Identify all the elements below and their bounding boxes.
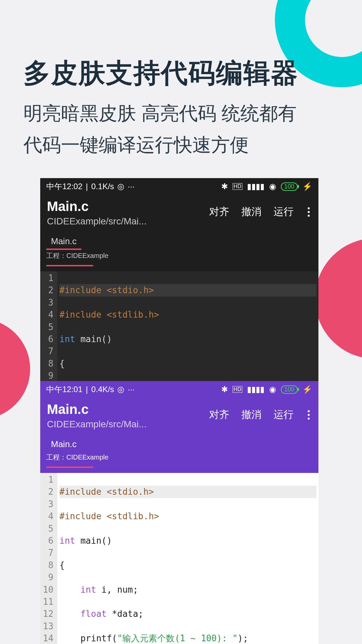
hd-icon: HD	[233, 386, 242, 393]
wifi-icon: ◉	[269, 385, 276, 394]
code-editor[interactable]: 123 456 789 101112 1314 #include <stdio.…	[40, 473, 318, 644]
more-icon[interactable]	[306, 410, 312, 420]
tab-bar: Main.c	[40, 436, 318, 451]
charging-icon: ⚡	[302, 182, 312, 191]
app-bar: Main.c CIDEExample/src/Mai... 对齐 撤消 运行	[40, 195, 318, 233]
file-path: CIDEExample/src/Mai...	[47, 419, 146, 430]
signal-icon: ▮▮▮▮	[247, 385, 264, 394]
status-time: 中午12:01	[46, 384, 82, 395]
decor-pink-circle-right	[315, 238, 362, 359]
promo-sub2: 代码一键编译运行快速方便	[23, 132, 339, 158]
code-content[interactable]: #include <stdio.h> #include <stdlib.h> i…	[57, 473, 318, 644]
project-line: 工程：CIDEExample	[40, 451, 318, 473]
file-path: CIDEExample/src/Mai...	[47, 216, 146, 227]
undo-button[interactable]: 撤消	[241, 408, 261, 422]
signal-icon: ▮▮▮▮	[247, 182, 264, 191]
charging-icon: ⚡	[302, 385, 312, 394]
decor-pink-circle-left	[0, 319, 30, 419]
line-gutter: 123 456 789 101112 1314	[40, 473, 57, 644]
align-button[interactable]: 对齐	[209, 205, 229, 219]
battery-indicator: 100	[281, 385, 298, 394]
wifi-icon: ◉	[269, 182, 276, 191]
run-button[interactable]: 运行	[274, 408, 294, 422]
sync-icon: ◎	[117, 385, 124, 394]
more-indicator: ···	[128, 385, 134, 394]
battery-indicator: 100	[281, 182, 298, 191]
promo-sub1: 明亮暗黑皮肤 高亮代码 统统都有	[23, 101, 339, 126]
bluetooth-icon: ✱	[221, 385, 228, 394]
status-net: 0.4K/s	[91, 385, 114, 394]
promo-title: 多皮肤支持代码编辑器	[23, 55, 339, 92]
file-title: Main.c	[47, 402, 146, 417]
project-line: 工程：CIDEExample	[40, 250, 318, 271]
promo-headline: 多皮肤支持代码编辑器 明亮暗黑皮肤 高亮代码 统统都有 代码一键编译运行快速方便	[0, 0, 362, 158]
tab-main-c[interactable]: Main.c	[46, 436, 81, 451]
status-bar: 中午12:01 | 0.4K/s ◎ ··· ✱ HD ▮▮▮▮ ◉ 100 ⚡	[40, 381, 318, 398]
status-time: 中午12:02	[46, 181, 82, 192]
tab-bar: Main.c	[40, 233, 318, 250]
run-button[interactable]: 运行	[274, 205, 294, 219]
app-bar: Main.c CIDEExample/src/Mai... 对齐 撤消 运行	[40, 398, 318, 436]
sync-icon: ◎	[117, 182, 124, 191]
status-net: 0.1K/s	[91, 182, 114, 191]
status-bar: 中午12:02 | 0.1K/s ◎ ··· ✱ HD ▮▮▮▮ ◉ 100 ⚡	[40, 178, 318, 195]
align-button[interactable]: 对齐	[209, 408, 229, 422]
more-indicator: ···	[128, 182, 134, 191]
undo-button[interactable]: 撤消	[241, 205, 261, 219]
hd-icon: HD	[233, 183, 242, 190]
bluetooth-icon: ✱	[221, 182, 228, 191]
more-icon[interactable]	[306, 207, 312, 217]
file-title: Main.c	[47, 199, 146, 214]
tab-main-c[interactable]: Main.c	[46, 233, 81, 250]
phone-light-theme: 中午12:01 | 0.4K/s ◎ ··· ✱ HD ▮▮▮▮ ◉ 100 ⚡…	[40, 381, 318, 644]
